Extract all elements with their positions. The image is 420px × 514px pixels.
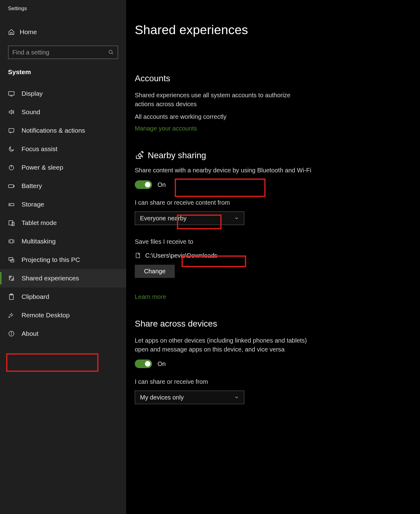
svg-rect-2 xyxy=(9,92,14,95)
sidebar-item-label: Focus assist xyxy=(22,145,58,153)
app-title: Settings xyxy=(0,4,126,12)
svg-rect-15 xyxy=(10,240,13,243)
page-title: Shared experiences xyxy=(135,0,402,37)
share-from-value: Everyone nearby xyxy=(140,215,186,222)
sidebar-item-power-sleep[interactable]: Power & sleep xyxy=(0,158,126,177)
search-input[interactable] xyxy=(8,46,118,59)
learn-more-link[interactable]: Learn more xyxy=(135,293,166,300)
sidebar-item-remote-desktop[interactable]: Remote Desktop xyxy=(0,306,126,324)
sidebar-item-label: Multitasking xyxy=(22,238,56,245)
sidebar-item-clipboard[interactable]: Clipboard xyxy=(0,287,126,306)
sidebar-item-label: Storage xyxy=(22,201,44,208)
svg-point-28 xyxy=(11,332,11,332)
sidebar-item-label: Display xyxy=(22,90,43,97)
share-across-toggle[interactable] xyxy=(135,359,152,368)
nearby-sharing-toggle[interactable] xyxy=(135,180,152,189)
sidebar-item-label: Power & sleep xyxy=(22,164,63,171)
sidebar-item-projecting[interactable]: Projecting to this PC xyxy=(0,251,126,269)
nearby-desc: Share content with a nearby device by us… xyxy=(135,166,319,175)
sidebar-item-label: Remote Desktop xyxy=(22,311,70,319)
nearby-toggle-label: On xyxy=(158,181,166,188)
sidebar-item-multitasking[interactable]: Multitasking xyxy=(0,232,126,251)
across-toggle-label: On xyxy=(158,360,166,367)
save-path-row: C:\Users\pevic\Downloads xyxy=(135,252,402,259)
search-wrap xyxy=(8,46,118,59)
sidebar-item-storage[interactable]: Storage xyxy=(0,195,126,214)
svg-rect-11 xyxy=(9,221,13,225)
sidebar-item-tablet-mode[interactable]: Tablet mode xyxy=(0,214,126,232)
share-from-select[interactable]: Everyone nearby xyxy=(135,211,244,225)
multitasking-icon xyxy=(8,238,15,245)
sidebar-item-sound[interactable]: Sound xyxy=(0,103,126,121)
save-to-label: Save files I receive to xyxy=(135,237,307,246)
svg-point-10 xyxy=(10,204,10,205)
svg-line-1 xyxy=(112,53,113,54)
sidebar-item-label: Battery xyxy=(22,182,42,190)
sidebar: Settings Home System Display Sound Notif… xyxy=(0,0,126,514)
svg-rect-29 xyxy=(136,253,140,258)
power-icon xyxy=(8,164,15,171)
accounts-desc: Shared experiences use all system accoun… xyxy=(135,91,307,109)
nearby-sharing-heading: Nearby sharing xyxy=(148,151,206,160)
across-toggle-row: On xyxy=(135,359,402,368)
nearby-toggle-row: On xyxy=(135,180,402,189)
about-icon xyxy=(8,330,15,337)
sidebar-item-notifications[interactable]: Notifications & actions xyxy=(0,121,126,140)
storage-icon xyxy=(8,201,15,208)
svg-rect-4 xyxy=(9,129,14,132)
main-content: Shared experiences Accounts Shared exper… xyxy=(126,0,420,514)
battery-icon xyxy=(8,183,15,189)
svg-rect-17 xyxy=(11,259,14,262)
svg-point-0 xyxy=(109,50,112,54)
share-across-heading: Share across devices xyxy=(135,319,402,329)
clipboard-icon xyxy=(8,293,15,300)
share-across-desc: Let apps on other devices (including lin… xyxy=(135,336,313,354)
svg-rect-7 xyxy=(9,185,14,187)
across-from-value: My devices only xyxy=(140,394,184,401)
manage-accounts-link[interactable]: Manage your accounts xyxy=(135,125,197,132)
across-from-label: I can share or receive from xyxy=(135,377,307,386)
sidebar-item-label: Projecting to this PC xyxy=(22,256,80,263)
folder-icon xyxy=(135,252,141,259)
home-icon xyxy=(8,29,15,35)
notifications-icon xyxy=(8,127,15,134)
sidebar-item-focus-assist[interactable]: Focus assist xyxy=(0,140,126,158)
nearby-sharing-heading-row: Nearby sharing xyxy=(135,151,402,160)
home-button[interactable]: Home xyxy=(0,28,126,36)
display-icon xyxy=(8,90,15,97)
accounts-heading: Accounts xyxy=(135,74,402,83)
focus-assist-icon xyxy=(8,146,15,152)
tablet-icon xyxy=(8,219,15,226)
sidebar-item-about[interactable]: About xyxy=(0,324,126,343)
chevron-down-icon xyxy=(234,395,239,400)
save-path: C:\Users\pevic\Downloads xyxy=(145,252,218,259)
share-from-label: I can share or receive content from xyxy=(135,198,307,207)
sidebar-item-shared-experiences[interactable]: Shared experiences xyxy=(0,269,126,287)
remote-desktop-icon xyxy=(8,312,15,319)
shared-experiences-icon xyxy=(8,275,15,282)
share-icon xyxy=(135,151,144,160)
sidebar-item-label: Shared experiences xyxy=(22,275,79,282)
sidebar-item-label: Notifications & actions xyxy=(22,127,85,134)
chevron-down-icon xyxy=(234,216,239,221)
sidebar-item-display[interactable]: Display xyxy=(0,84,126,103)
svg-rect-8 xyxy=(14,186,14,187)
sidebar-item-label: Tablet mode xyxy=(22,219,57,227)
category-label: System xyxy=(0,59,126,76)
home-label: Home xyxy=(20,28,37,36)
sidebar-item-battery[interactable]: Battery xyxy=(0,177,126,195)
sidebar-item-label: Sound xyxy=(22,108,40,116)
across-from-select[interactable]: My devices only xyxy=(135,391,244,404)
search-icon xyxy=(108,50,114,55)
sidebar-item-label: Clipboard xyxy=(22,293,49,300)
sidebar-item-label: About xyxy=(22,330,38,337)
projecting-icon xyxy=(8,256,15,263)
accounts-status: All accounts are working correctly xyxy=(135,112,307,121)
nav-list: Display Sound Notifications & actions Fo… xyxy=(0,84,126,343)
change-button[interactable]: Change xyxy=(135,265,175,278)
sound-icon xyxy=(8,109,15,115)
